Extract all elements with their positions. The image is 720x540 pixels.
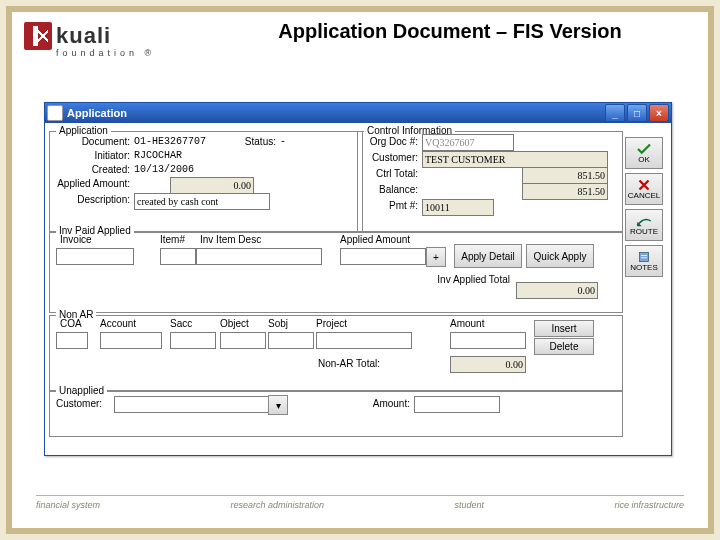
cancel-button[interactable]: CANCEL — [625, 173, 663, 205]
route-icon — [636, 215, 652, 227]
ok-label: OK — [638, 155, 650, 164]
window-title: Application — [67, 107, 605, 119]
footer-student: student — [454, 500, 484, 510]
maximize-button[interactable]: □ — [627, 104, 647, 122]
sacc-col: Sacc — [170, 318, 210, 329]
x-icon — [636, 179, 652, 191]
notes-icon — [636, 251, 652, 263]
ctrltotal-value — [522, 167, 608, 184]
close-button[interactable]: × — [649, 104, 669, 122]
pmt-label: Pmt #: — [358, 200, 418, 211]
kuali-logo: kuali foundation ® — [24, 22, 194, 58]
item-input[interactable] — [160, 248, 196, 265]
cancel-label: CANCEL — [628, 191, 660, 200]
add-row-button[interactable]: + — [426, 247, 446, 267]
window-app-icon — [47, 105, 63, 121]
unapplied-customer-label: Customer: — [56, 398, 110, 409]
check-icon — [636, 143, 652, 155]
status-value: - — [280, 136, 286, 147]
footer-financial: financial system — [36, 500, 100, 510]
apply-detail-button[interactable]: Apply Detail — [454, 244, 522, 268]
unapplied-group: Unapplied Customer: ▾ Amount: — [49, 391, 623, 437]
control-info-group: Control Information Org Doc #: Customer:… — [357, 131, 623, 233]
item-col: Item# — [160, 234, 200, 245]
route-label: ROUTE — [630, 227, 658, 236]
customer-value — [422, 151, 608, 168]
document-label: Document: — [50, 136, 130, 147]
page-title: Application Document – FIS Version — [212, 20, 688, 43]
applied-amount-label: Applied Amount: — [50, 178, 130, 189]
project-col: Project — [316, 318, 366, 329]
balance-value — [522, 183, 608, 200]
unapplied-amount-input[interactable] — [414, 396, 500, 413]
invoice-col: Invoice — [60, 234, 110, 245]
description-input[interactable] — [134, 193, 270, 210]
customer-lookup-button[interactable]: ▾ — [268, 395, 288, 415]
pmt-value — [422, 199, 494, 216]
initiator-value: RJCOCHAR — [134, 150, 182, 161]
invoice-input[interactable] — [56, 248, 134, 265]
insert-button[interactable]: Insert — [534, 320, 594, 337]
created-label: Created: — [50, 164, 130, 175]
delete-button[interactable]: Delete — [534, 338, 594, 355]
application-window: Application _ □ × Application Document: … — [44, 102, 672, 456]
svg-rect-0 — [640, 252, 649, 261]
application-legend: Application — [56, 125, 111, 136]
quick-apply-button[interactable]: Quick Apply — [526, 244, 594, 268]
unapplied-amount-label: Amount: — [360, 398, 410, 409]
inv-paid-applied-group: Inv Paid Applied Invoice Item# Inv Item … — [49, 231, 623, 313]
orgdoc-input[interactable] — [422, 134, 514, 151]
unapplied-legend: Unapplied — [56, 385, 107, 396]
nonar-total-label: Non-AR Total: — [300, 358, 380, 369]
inv-applied-total-label: Inv Applied Total — [410, 274, 510, 285]
project-input[interactable] — [316, 332, 412, 349]
footer-research: research administration — [230, 500, 324, 510]
application-group: Application Document: O1-HE3267707 Statu… — [49, 131, 363, 233]
non-ar-group: Non AR COA Account Sacc Object Sobj Proj… — [49, 315, 623, 391]
route-button[interactable]: ROUTE — [625, 209, 663, 241]
ok-button[interactable]: OK — [625, 137, 663, 169]
status-label: Status: — [236, 136, 276, 147]
applied-input[interactable] — [340, 248, 426, 265]
customer-label: Customer: — [358, 152, 418, 163]
amount-col: Amount — [450, 318, 500, 329]
balance-label: Balance: — [358, 184, 418, 195]
coa-col: COA — [60, 318, 90, 329]
object-input[interactable] — [220, 332, 266, 349]
document-value: O1-HE3267707 — [134, 136, 206, 147]
footer-rice: rice infrastructure — [614, 500, 684, 510]
account-col: Account — [100, 318, 150, 329]
appliedamt-col: Applied Amount — [340, 234, 430, 245]
notes-button[interactable]: NOTES — [625, 245, 663, 277]
object-col: Object — [220, 318, 260, 329]
inv-applied-total-value — [516, 282, 598, 299]
logo-brand: kuali — [56, 23, 111, 49]
description-label: Description: — [50, 194, 130, 205]
invdesc-input[interactable] — [196, 248, 322, 265]
orgdoc-label: Org Doc #: — [358, 136, 418, 147]
ctrltotal-label: Ctrl Total: — [358, 168, 418, 179]
applied-amount-value — [170, 177, 254, 194]
logo-subtext: foundation ® — [56, 48, 194, 58]
footer-nav: financial system research administration… — [36, 495, 684, 510]
notes-label: NOTES — [630, 263, 658, 272]
coa-input[interactable] — [56, 332, 88, 349]
account-input[interactable] — [100, 332, 162, 349]
nonar-amount-input[interactable] — [450, 332, 526, 349]
minimize-button[interactable]: _ — [605, 104, 625, 122]
initiator-label: Initiator: — [50, 150, 130, 161]
kuali-logo-icon — [24, 22, 52, 50]
unapplied-customer-input[interactable] — [114, 396, 270, 413]
sacc-input[interactable] — [170, 332, 216, 349]
sobj-col: Sobj — [268, 318, 308, 329]
created-value: 10/13/2006 — [134, 164, 194, 175]
invdesc-col: Inv Item Desc — [200, 234, 280, 245]
nonar-total-value — [450, 356, 526, 373]
sobj-input[interactable] — [268, 332, 314, 349]
window-titlebar[interactable]: Application _ □ × — [45, 103, 671, 123]
